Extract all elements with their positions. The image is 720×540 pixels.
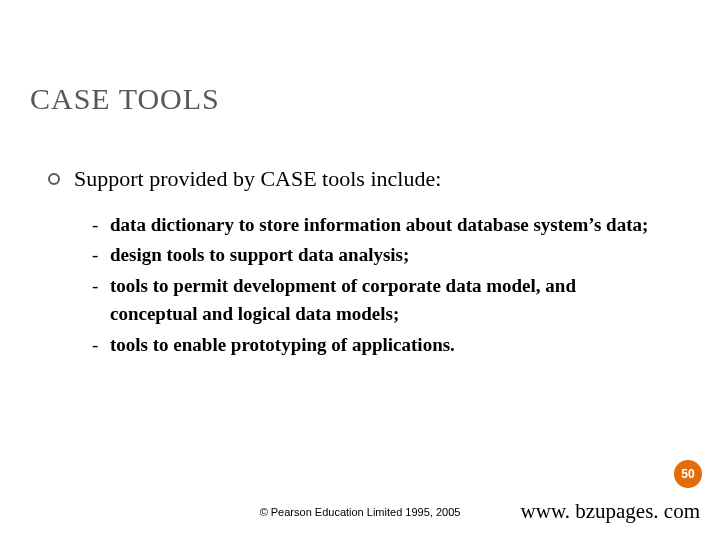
footer: © Pearson Education Limited 1995, 2005 w… <box>0 500 720 524</box>
list-item: - data dictionary to store information a… <box>92 211 662 240</box>
list-item-text: tools to enable prototyping of applicati… <box>110 331 662 360</box>
slide-body: Support provided by CASE tools include: … <box>48 165 672 361</box>
list-item: - tools to enable prototyping of applica… <box>92 331 662 360</box>
list-item-text: tools to permit development of corporate… <box>110 272 662 329</box>
list-item-text: design tools to support data analysis; <box>110 241 662 270</box>
dash-icon: - <box>92 241 110 270</box>
dash-icon: - <box>92 331 110 360</box>
list-item-text: data dictionary to store information abo… <box>110 211 662 240</box>
footer-url: www. bzupages. com <box>521 499 700 524</box>
dash-icon: - <box>92 211 110 240</box>
slide: CASE TOOLS Support provided by CASE tool… <box>0 0 720 540</box>
slide-title: CASE TOOLS <box>30 82 220 116</box>
page-number-badge: 50 <box>674 460 702 488</box>
lead-text: Support provided by CASE tools include: <box>74 165 441 193</box>
ring-bullet-icon <box>48 173 60 185</box>
list-item: - tools to permit development of corpora… <box>92 272 662 329</box>
dash-icon: - <box>92 272 110 301</box>
sub-list: - data dictionary to store information a… <box>92 211 662 360</box>
list-item: - design tools to support data analysis; <box>92 241 662 270</box>
lead-bullet-row: Support provided by CASE tools include: <box>48 165 672 193</box>
